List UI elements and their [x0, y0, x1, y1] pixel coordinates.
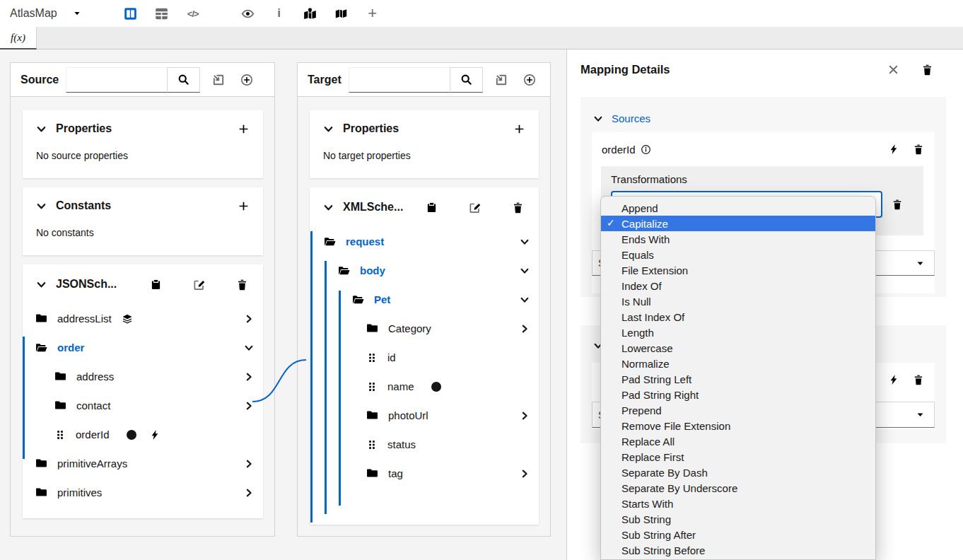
menu-option[interactable]: Remove File Extension	[601, 418, 875, 433]
source-search-button[interactable]	[167, 67, 200, 93]
chevron-right-icon[interactable]	[244, 401, 254, 411]
source-code-view-button[interactable]: </>	[177, 3, 209, 24]
menu-option[interactable]: Prepend	[601, 402, 875, 418]
remove-source-field-button[interactable]	[912, 143, 925, 156]
menu-option[interactable]: Ends With	[601, 231, 875, 247]
tree-item-Category[interactable]: Category	[310, 314, 539, 343]
menu-option[interactable]: Append	[601, 200, 875, 216]
delete-transformation-button[interactable]	[891, 198, 904, 211]
source-import-button[interactable]	[211, 73, 226, 87]
chevron-right-icon[interactable]	[520, 411, 530, 421]
column-mapper-view-button[interactable]	[115, 3, 146, 24]
sources-section-header[interactable]: Sources	[580, 97, 946, 124]
menu-option[interactable]: Pad String Left	[601, 371, 875, 387]
tree-item-request[interactable]: request	[310, 227, 539, 256]
add-property-button[interactable]	[512, 122, 526, 136]
source-search-input[interactable]	[66, 67, 167, 93]
tree-item-tag[interactable]: tag	[310, 459, 539, 488]
grip-icon[interactable]	[54, 429, 66, 441]
menu-option[interactable]: Last Index Of	[601, 309, 875, 325]
menu-option[interactable]: Sub String After	[601, 527, 875, 542]
tree-item-id[interactable]: id	[310, 343, 539, 372]
chevron-down-icon[interactable]	[323, 202, 334, 213]
tree-item-primitives[interactable]: primitives	[23, 478, 263, 507]
app-menu[interactable]: AtlasMap	[0, 7, 81, 20]
tab-fx[interactable]: f(x)	[0, 27, 37, 49]
menu-option[interactable]: Starts With	[601, 496, 875, 511]
tree-item-address[interactable]: address	[23, 362, 263, 391]
chevron-down-icon[interactable]	[36, 279, 47, 290]
show-unmapped-fields-button[interactable]	[326, 3, 357, 24]
close-drawer-button[interactable]	[887, 64, 899, 76]
remove-target-field-button[interactable]	[912, 373, 925, 386]
tree-item-Pet[interactable]: Pet	[310, 285, 539, 314]
show-mapped-fields-button[interactable]	[295, 3, 326, 24]
menu-option-selected[interactable]: ✓Capitalize	[601, 216, 875, 231]
tree-item-order[interactable]: order	[23, 333, 263, 362]
menu-option[interactable]: Separate By Dash	[601, 465, 875, 480]
tree-item-status[interactable]: status	[310, 430, 539, 459]
delete-document-button[interactable]	[235, 277, 249, 291]
source-add-document-button[interactable]	[240, 73, 254, 87]
target-properties-header[interactable]: Properties	[310, 110, 539, 147]
target-document-header[interactable]: XMLSche...	[310, 187, 539, 227]
edit-document-button[interactable]	[467, 200, 482, 214]
menu-option[interactable]: Is Null	[601, 293, 875, 309]
tree-item-body[interactable]: body	[310, 256, 539, 285]
source-document-header[interactable]: JSONSch...	[23, 264, 263, 304]
menu-option[interactable]: Normalize	[601, 356, 875, 371]
grip-icon[interactable]	[366, 439, 378, 450]
menu-option[interactable]: Lowercase	[601, 340, 875, 356]
menu-option[interactable]: Replace All	[601, 433, 875, 449]
capture-document-button[interactable]	[424, 200, 438, 214]
tree-item-primitiveArrays[interactable]: primitiveArrays	[23, 449, 263, 478]
chevron-down-icon[interactable]	[593, 114, 603, 124]
menu-option[interactable]: Index Of	[601, 278, 875, 293]
menu-option[interactable]: Pad String Right	[601, 387, 875, 402]
target-search-input[interactable]	[349, 67, 450, 93]
chevron-right-icon[interactable]	[520, 469, 530, 479]
chevron-right-icon[interactable]	[244, 488, 254, 498]
delete-document-button[interactable]	[510, 200, 525, 214]
info-circle-icon[interactable]	[641, 144, 651, 155]
tree-item-orderId[interactable]: orderId	[23, 420, 263, 449]
target-search-button[interactable]	[450, 67, 483, 93]
add-transformation-button[interactable]	[887, 373, 900, 386]
menu-option[interactable]: File Extension	[601, 262, 875, 278]
show-types-button[interactable]: i	[264, 3, 295, 24]
chevron-down-icon[interactable]	[244, 343, 254, 353]
chevron-right-icon[interactable]	[244, 314, 254, 324]
tree-item-contact[interactable]: contact	[23, 391, 263, 420]
menu-option[interactable]: Length	[601, 325, 875, 340]
chevron-right-icon[interactable]	[244, 372, 254, 382]
delete-mapping-button[interactable]	[921, 64, 933, 76]
grip-icon[interactable]	[366, 352, 378, 363]
menu-option[interactable]: Sub String Before	[601, 542, 875, 558]
grip-icon[interactable]	[366, 381, 378, 392]
add-property-button[interactable]	[236, 122, 250, 136]
add-mapping-button[interactable]: +	[357, 3, 388, 24]
capture-document-button[interactable]	[148, 277, 163, 291]
tree-item-name[interactable]: name	[310, 372, 539, 401]
edit-document-button[interactable]	[192, 277, 206, 291]
chevron-down-icon[interactable]	[520, 266, 530, 276]
add-constant-button[interactable]	[236, 199, 250, 213]
tree-item-addressList[interactable]: addressList	[23, 304, 263, 333]
chevron-down-icon[interactable]	[36, 124, 47, 134]
target-add-document-button[interactable]	[523, 73, 537, 87]
add-transformation-button[interactable]	[887, 143, 900, 156]
show-preview-button[interactable]	[233, 3, 264, 24]
table-view-button[interactable]	[146, 3, 177, 24]
chevron-right-icon[interactable]	[520, 324, 530, 334]
chevron-down-icon[interactable]	[520, 295, 530, 305]
chevron-right-icon[interactable]	[244, 459, 254, 469]
chevron-down-icon[interactable]	[520, 237, 530, 247]
chevron-down-icon[interactable]	[36, 201, 47, 211]
menu-option[interactable]: Separate By Underscore	[601, 480, 875, 496]
menu-option[interactable]: Equals	[601, 247, 875, 262]
menu-option[interactable]: Replace First	[601, 449, 875, 465]
target-import-button[interactable]	[494, 73, 508, 87]
menu-option[interactable]: Sub String	[601, 511, 875, 527]
source-properties-header[interactable]: Properties	[23, 110, 263, 147]
source-constants-header[interactable]: Constants	[23, 187, 263, 224]
